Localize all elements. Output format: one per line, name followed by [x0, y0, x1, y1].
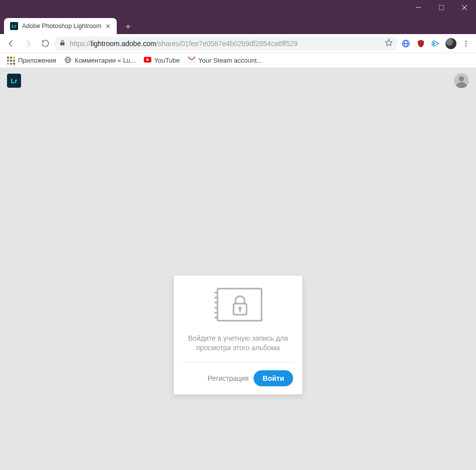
bookmark-label: YouTube [154, 57, 180, 64]
window-minimize-button[interactable] [407, 0, 430, 15]
bookmarks-bar: Приложения Комментарии « Lu... YouTube Y… [0, 53, 476, 68]
bookmark-label: Комментарии « Lu... [75, 57, 136, 64]
youtube-icon [144, 57, 151, 64]
window-close-button[interactable] [453, 0, 476, 15]
divider [181, 362, 295, 362]
svg-point-11 [465, 43, 467, 44]
window-titlebar [0, 0, 476, 17]
svg-point-10 [465, 41, 467, 42]
svg-point-12 [465, 45, 467, 47]
lightroom-logo[interactable]: Lr [7, 74, 21, 88]
tab-title: Adobe Photoshop Lightroom [22, 23, 101, 30]
star-icon[interactable] [385, 39, 393, 48]
extension-globe-icon[interactable] [399, 37, 413, 51]
lightroom-header: Lr [0, 68, 476, 93]
apps-icon [7, 57, 15, 65]
extension-play-icon[interactable] [429, 37, 443, 51]
svg-rect-20 [217, 289, 262, 321]
extension-shield-icon[interactable] [414, 37, 428, 51]
new-tab-button[interactable]: ＋ [121, 19, 135, 33]
svg-marker-4 [385, 39, 392, 46]
svg-rect-1 [439, 5, 444, 10]
bookmark-item-1[interactable]: Комментарии « Lu... [61, 53, 139, 68]
register-link[interactable]: Регистрация [207, 374, 249, 382]
bookmark-item-2[interactable]: YouTube [141, 53, 183, 68]
svg-point-19 [459, 76, 464, 82]
lock-icon [59, 40, 66, 48]
gmail-icon [188, 57, 195, 64]
tab-strip: Lr Adobe Photoshop Lightroom ✕ ＋ [0, 17, 476, 34]
chrome-menu-button[interactable] [459, 37, 473, 51]
bookmark-label: Приложения [18, 57, 56, 64]
address-bar: https://lightroom.adobe.com/shares/01fee… [0, 34, 476, 53]
bookmark-apps[interactable]: Приложения [4, 53, 59, 68]
tab-close-icon[interactable]: ✕ [105, 23, 111, 30]
profile-avatar-button[interactable] [444, 37, 458, 51]
login-required-message: Войдите в учетную запись для просмотра э… [183, 334, 293, 353]
login-button[interactable]: Войти [254, 370, 293, 386]
nav-back-button[interactable] [3, 36, 19, 52]
chrome-window: Lr Adobe Photoshop Lightroom ✕ ＋ https:/… [0, 0, 476, 470]
locked-album-icon [183, 286, 293, 326]
tab-favicon: Lr [10, 22, 18, 30]
nav-reload-button[interactable] [37, 36, 53, 52]
bookmark-item-3[interactable]: Your Steam account... [185, 53, 265, 68]
svg-marker-8 [434, 41, 439, 47]
page-content: Lr Войдите в учетную запись для просмотр [0, 68, 476, 470]
url-text: https://lightroom.adobe.com/shares/01fee… [70, 40, 381, 48]
nav-forward-button[interactable] [20, 36, 36, 52]
window-maximize-button[interactable] [430, 0, 453, 15]
url-field[interactable]: https://lightroom.adobe.com/shares/01fee… [54, 37, 398, 51]
user-avatar-button[interactable] [454, 73, 469, 88]
globe-icon [64, 56, 72, 65]
login-card: Войдите в учетную запись для просмотра э… [174, 276, 302, 394]
browser-tab-active[interactable]: Lr Adobe Photoshop Lightroom ✕ [4, 18, 117, 34]
bookmark-label: Your Steam account... [198, 57, 262, 64]
card-button-row: Регистрация Войти [183, 370, 293, 386]
